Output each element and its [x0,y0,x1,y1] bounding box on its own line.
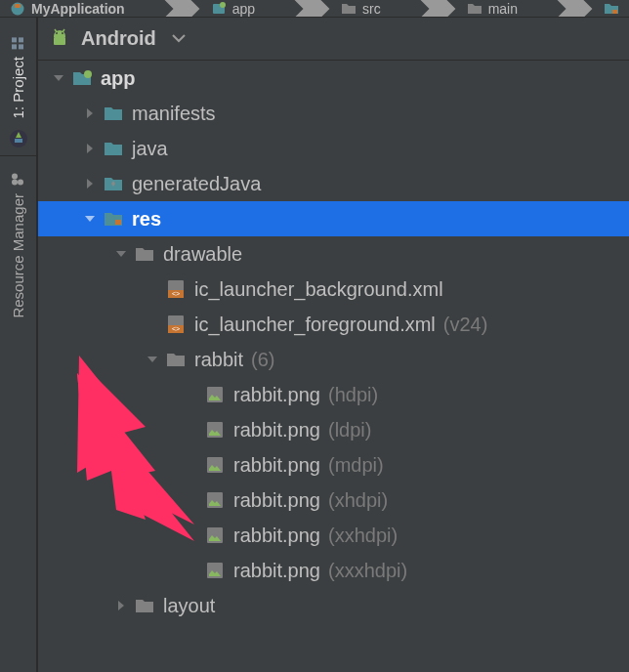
sidebar-tab-resource-manager[interactable]: Resource Manager [10,162,26,328]
svg-rect-20 [115,220,121,225]
tree-meta: (xxxhdpi) [328,560,407,582]
generated-folder-icon [103,173,124,194]
tree-label: rabbit.png [233,525,320,547]
svg-rect-10 [15,139,22,143]
image-file-icon [204,489,226,511]
folder-icon [134,243,155,265]
project-tool-window: Android app manifests java [37,18,629,672]
crumb-more[interactable] [604,1,619,17]
crumb-label: app [232,1,255,17]
tree-node-layout[interactable]: layout [38,588,629,623]
folder-icon [467,1,482,17]
project-tab-icon [11,35,26,51]
svg-rect-5 [20,44,24,49]
chevron-right-icon [387,0,461,18]
tree-label: drawable [163,243,242,266]
tree-file-ic-launcher-fg[interactable]: <> ic_launcher_foreground.xml (v24) [38,307,629,342]
crumb-label: MyApplication [31,1,125,17]
sidebar-tab-label: Resource Manager [10,193,26,318]
tree-node-manifests[interactable]: manifests [38,96,629,131]
svg-point-3 [220,2,226,8]
tool-window-gutter: 1: Project Resource Manager [0,18,37,672]
svg-text:<>: <> [172,290,180,297]
res-folder-icon [604,1,619,17]
svg-rect-1 [15,4,21,8]
tree-label: generatedJava [132,173,261,195]
chevron-down-icon [52,71,65,85]
tree-label: rabbit.png [233,560,320,582]
folder-icon [165,349,187,370]
svg-rect-7 [20,37,24,42]
tree-file-rabbit-xxhdpi[interactable]: rabbit.png (xxhdpi) [38,518,629,553]
tree-label: res [132,208,161,231]
tree-label: rabbit.png [233,454,320,477]
tree-node-drawable[interactable]: drawable [38,236,629,272]
tree-label: manifests [132,103,216,125]
tree-file-rabbit-xxxhdpi[interactable]: rabbit.png (xxxhdpi) [38,553,629,588]
tree-node-res[interactable]: res [38,201,629,236]
image-file-icon [204,525,226,546]
tree-label: rabbit [194,349,243,371]
tree-node-java[interactable]: java [38,131,629,166]
project-tree[interactable]: app manifests java generatedJava [38,61,629,672]
image-file-icon [204,384,226,405]
svg-text:<>: <> [172,325,180,332]
crumb-label: src [362,1,381,17]
svg-rect-14 [54,37,65,45]
crumb-project[interactable]: MyApplication [10,1,125,17]
tree-meta: (hdpi) [328,384,378,406]
crumb-main[interactable]: main [467,1,518,17]
tree-node-rabbit[interactable]: rabbit (6) [38,342,629,377]
xml-file-icon: <> [165,278,187,300]
chevron-down-icon [172,34,186,44]
chevron-right-icon [261,0,335,18]
chevron-right-icon [524,0,598,18]
tree-meta: (mdpi) [328,454,384,477]
tree-label: rabbit.png [233,489,320,512]
res-folder-icon [103,208,124,230]
svg-rect-4 [612,10,617,14]
android-studio-icon [8,128,29,149]
svg-rect-6 [13,44,18,49]
tree-meta: (xhdpi) [328,489,388,512]
svg-point-11 [19,180,24,186]
folder-icon [103,138,124,159]
project-view-mode: Android [81,27,156,50]
tree-label: java [132,138,168,160]
svg-point-13 [13,180,19,186]
tree-node-app[interactable]: app [38,61,629,96]
tree-meta: (v24) [443,314,488,336]
crumb-label: main [488,1,518,17]
tree-file-ic-launcher-bg[interactable]: <> ic_launcher_background.xml [38,272,629,307]
chevron-down-icon [114,247,128,261]
folder-icon [103,103,124,124]
project-view-selector[interactable]: Android [38,18,629,61]
android-icon [48,27,71,51]
resource-manager-icon [11,172,26,188]
chevron-right-icon [83,106,97,120]
svg-line-17 [55,29,57,32]
image-file-icon [204,454,226,476]
svg-point-12 [13,174,19,180]
tree-label: rabbit.png [233,384,320,406]
image-file-icon [204,560,226,581]
crumb-app[interactable]: app [211,1,255,17]
tree-label: ic_launcher_foreground.xml [194,314,436,336]
tree-meta: (xxhdpi) [328,525,398,547]
tree-file-rabbit-hdpi[interactable]: rabbit.png (hdpi) [38,377,629,412]
folder-icon [341,1,356,17]
tree-file-rabbit-ldpi[interactable]: rabbit.png (ldpi) [38,412,629,447]
tree-meta: (ldpi) [328,419,371,441]
tree-label: app [101,67,136,90]
crumb-src[interactable]: src [341,1,381,17]
tree-node-generated-java[interactable]: generatedJava [38,166,629,201]
sidebar-tab-project[interactable]: 1: Project [10,25,26,128]
tree-label: rabbit.png [233,419,320,441]
module-icon [211,1,227,17]
tree-meta: (6) [251,349,274,371]
tree-file-rabbit-xhdpi[interactable]: rabbit.png (xhdpi) [38,483,629,518]
breadcrumb[interactable]: MyApplication app src main [0,0,629,18]
chevron-right-icon [114,599,128,612]
svg-point-19 [84,70,92,78]
tree-file-rabbit-mdpi[interactable]: rabbit.png (mdpi) [38,447,629,483]
